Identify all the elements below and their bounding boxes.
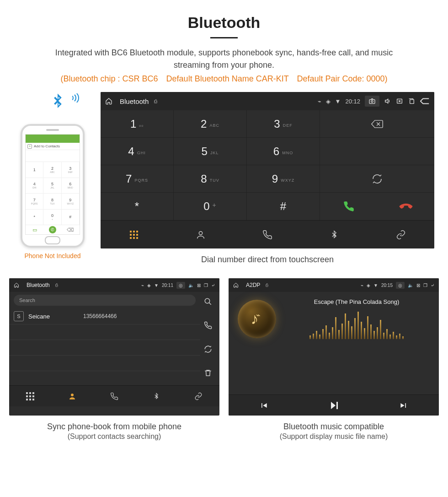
sync-icon[interactable] <box>200 341 216 357</box>
svg-rect-3 <box>410 100 414 104</box>
contact-row-empty <box>9 371 200 385</box>
screenshot-icon[interactable]: ◎ <box>398 283 402 288</box>
dialer-bottom-nav <box>101 220 434 248</box>
redial-button[interactable] <box>320 173 434 184</box>
dial-key-*[interactable]: * <box>101 193 174 220</box>
dial-key-5[interactable]: 5JKL <box>174 138 247 165</box>
pb-status-bar: Bluetooth ⎙ ⌁ ◈ ▼ 20:11 ◎ 🔈 ⊠ ❐ ⤶ <box>9 278 219 292</box>
nav-contacts[interactable] <box>51 386 93 406</box>
nav-pair[interactable] <box>177 386 219 406</box>
usb-icon: ⎙ <box>266 283 268 287</box>
close-app-icon[interactable] <box>396 97 403 105</box>
screenshot-icon[interactable] <box>368 97 376 105</box>
contact-row[interactable]: S Seicane 13566664466 <box>9 308 200 324</box>
page-title: Bluetooth <box>5 14 443 32</box>
recents-icon[interactable] <box>408 97 415 105</box>
nav-pair[interactable] <box>368 221 434 248</box>
dial-key-2[interactable]: 2ABC <box>174 110 247 137</box>
contact-row-empty <box>9 340 200 356</box>
backspace-button[interactable] <box>320 119 434 129</box>
dial-key-6[interactable]: 6MNO <box>247 138 320 165</box>
end-call-button[interactable] <box>377 200 434 212</box>
volume-icon[interactable] <box>384 97 391 105</box>
nav-contacts[interactable] <box>167 221 234 248</box>
gps-icon: ◈ <box>147 283 151 288</box>
recents-icon[interactable]: ❐ <box>204 283 208 288</box>
wifi-icon: ▼ <box>373 283 378 288</box>
back-icon[interactable]: ⤶ <box>431 283 434 288</box>
contact-row-empty <box>9 356 200 371</box>
nav-call-log[interactable] <box>93 386 135 406</box>
close-app-icon[interactable]: ⊠ <box>416 283 420 288</box>
gps-icon: ◈ <box>367 283 370 288</box>
dial-key-7[interactable]: 7PQRS <box>101 165 174 192</box>
home-icon[interactable] <box>105 97 112 105</box>
track-title: Escape (The Pina Colada Song) <box>314 298 399 305</box>
dialer-column: Bluetooth ⎙ ⌁ ◈ ▼ 20:12 <box>101 92 434 265</box>
dial-key-0[interactable]: 0+ <box>174 193 247 220</box>
dial-key-3[interactable]: 3DEF <box>247 110 320 137</box>
call-icon[interactable] <box>200 318 216 333</box>
prev-track-button[interactable] <box>229 395 299 416</box>
svg-point-5 <box>205 298 210 303</box>
nav-keypad[interactable] <box>101 221 167 248</box>
phone-key-4: 4GHI <box>26 178 43 194</box>
phone-key-6: 6MNO <box>62 178 80 194</box>
bt-status-icon: ⌁ <box>361 283 363 288</box>
phone-key-1: 1 <box>26 162 43 178</box>
contact-search-input[interactable]: Search <box>14 295 196 306</box>
phone-key-2: 2ABC <box>43 162 61 178</box>
screen-title: Bluetooth <box>120 97 149 105</box>
play-pause-button[interactable] <box>299 395 368 416</box>
home-icon[interactable] <box>233 282 239 288</box>
dialer-screen: Bluetooth ⎙ ⌁ ◈ ▼ 20:12 <box>101 92 434 248</box>
pb-title: Bluetooth <box>27 282 50 288</box>
wifi-icon: ▼ <box>335 98 341 105</box>
a2dp-caption: Bluetooth music compatible (Support disp… <box>229 422 439 441</box>
phone-dial-icon: ✆ <box>43 225 61 234</box>
contact-number: 13566664466 <box>83 313 117 319</box>
phone-key-5: 5JKL <box>43 178 61 194</box>
gps-icon: ◈ <box>326 98 331 105</box>
clock: 20:15 <box>381 283 393 288</box>
a2dp-title: A2DP <box>246 282 260 288</box>
dial-key-1[interactable]: 1oo <box>101 110 174 137</box>
nav-call-log[interactable] <box>234 221 301 248</box>
album-art: ♪⌁ <box>238 300 276 338</box>
nav-keypad[interactable] <box>9 386 51 406</box>
usb-icon: ⎙ <box>154 98 157 104</box>
dial-key-4[interactable]: 4GHI <box>101 138 174 165</box>
home-icon[interactable] <box>14 282 19 288</box>
usb-icon: ⎙ <box>55 283 58 287</box>
close-app-icon[interactable]: ⊠ <box>197 283 201 288</box>
pb-caption: Sync phone-book from mobile phone (Suppo… <box>9 422 219 441</box>
bluetooth-signal-icon <box>48 92 75 119</box>
svg-point-1 <box>371 101 373 103</box>
bluetooth-specs: (Bluetooth chip : CSR BC6 Default Blueto… <box>5 74 443 84</box>
screenshot-icon[interactable]: ◎ <box>179 283 183 288</box>
call-button[interactable] <box>320 200 377 212</box>
clock: 20:12 <box>345 98 360 105</box>
dial-key-8[interactable]: 8TUV <box>174 165 247 192</box>
bt-status-icon: ⌁ <box>318 98 321 105</box>
svg-point-4 <box>199 231 202 234</box>
back-icon[interactable]: ⤶ <box>211 283 215 288</box>
back-icon[interactable] <box>420 97 430 105</box>
nav-bluetooth[interactable] <box>301 221 368 248</box>
svg-point-6 <box>71 394 74 396</box>
phone-key-9: 9WXYZ <box>62 194 80 210</box>
search-icon[interactable] <box>200 294 216 309</box>
dial-key-#[interactable]: # <box>247 193 320 220</box>
phone-key-*: * <box>26 210 43 226</box>
wifi-icon: ▼ <box>154 283 159 288</box>
recents-icon[interactable]: ❐ <box>423 283 427 288</box>
svg-rect-0 <box>369 100 375 104</box>
dial-key-9[interactable]: 9WXYZ <box>247 165 320 192</box>
next-track-button[interactable] <box>369 395 439 416</box>
phone-key-3: 3DEF <box>62 162 80 178</box>
delete-icon[interactable] <box>200 365 216 381</box>
music-note-icon: ♪⌁ <box>251 310 263 328</box>
volume-icon[interactable]: 🔈 <box>188 283 194 288</box>
nav-bluetooth[interactable] <box>135 386 177 406</box>
volume-icon[interactable]: 🔈 <box>408 283 413 288</box>
